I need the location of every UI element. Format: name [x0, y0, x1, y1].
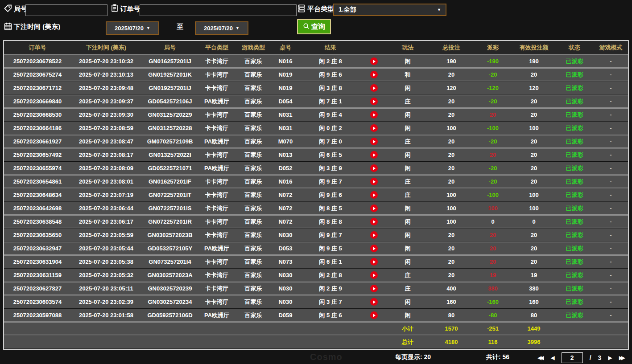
page-separator: / [590, 354, 591, 361]
platform-type-select[interactable]: 1.全部 ▼ [333, 4, 446, 16]
play-video-icon[interactable] [370, 285, 378, 292]
cell-video [362, 218, 386, 225]
last-page-button[interactable]: ▶▶ [619, 355, 625, 360]
cell-valid-bet: 20 [512, 165, 555, 172]
date-to-picker[interactable]: 2025/07/20 ▼ [195, 21, 248, 35]
play-video-icon[interactable] [370, 231, 378, 239]
play-video-icon[interactable] [370, 71, 378, 78]
cell-game-id: GN03025720239 [141, 285, 198, 292]
game-no-input[interactable] [25, 4, 107, 16]
play-video-icon[interactable] [370, 191, 378, 199]
cell-game-id: GD05225721071 [141, 165, 198, 172]
cell-game-mode: - [594, 98, 628, 105]
cell-play-type: 庄 [386, 285, 430, 293]
search-button[interactable]: 查询 [297, 19, 331, 34]
cell-payout: -20 [473, 138, 512, 145]
cell-game-mode: - [594, 218, 628, 225]
cell-order-id: 250720230661927 [4, 138, 71, 145]
cell-valid-bet: 20 [512, 232, 555, 238]
cell-game-mode: - [594, 192, 628, 198]
table-row: 250720230668530 2025-07-20 23:09:30 GN03… [4, 108, 628, 121]
cell-result: 闲 2 庄 8 [299, 57, 362, 65]
cell-table-no: N019 [272, 71, 299, 78]
play-video-icon[interactable] [370, 111, 378, 119]
cell-video [362, 285, 386, 292]
play-video-icon[interactable] [370, 178, 378, 185]
date-from-picker[interactable]: 2025/07/20 ▼ [106, 21, 159, 35]
cell-total-bet: 20 [430, 245, 473, 252]
cell-video [362, 231, 386, 239]
platform-type-icon [297, 4, 306, 13]
cell-payout: 19 [473, 272, 512, 278]
cell-order-id: 250720230597088 [4, 312, 71, 319]
prev-page-button[interactable]: ◀ [550, 355, 554, 360]
cell-total-bet: 20 [430, 151, 473, 158]
play-video-icon[interactable] [370, 164, 378, 172]
page-number-input[interactable] [562, 352, 583, 363]
cell-game-id: GN019257201IK [141, 71, 198, 78]
cell-platform: 卡卡湾厅 [198, 178, 235, 186]
cell-result: 闲 0 庄 2 [299, 124, 362, 132]
cell-payout: -80 [473, 312, 512, 319]
cell-game-id: GN072257201IS [141, 205, 198, 212]
cell-payout: 100 [473, 205, 512, 212]
cell-valid-bet: 20 [512, 98, 555, 105]
cell-game-id: GN016257201IJ [141, 58, 198, 65]
play-video-icon[interactable] [370, 124, 378, 132]
cell-table-no: N030 [272, 232, 299, 238]
cell-play-type: 闲 [386, 124, 430, 132]
cell-bet-time: 2025-07-20 23:08:47 [71, 138, 141, 145]
play-video-icon[interactable] [370, 138, 378, 145]
cell-order-id: 250720230627827 [4, 285, 71, 292]
summary-row: 总计 4180 116 3996 [4, 335, 628, 348]
cell-game-id: GN072257201IR [141, 218, 198, 225]
cell-bet-time: 2025-07-20 23:08:09 [71, 165, 141, 172]
cell-order-id: 250720230671712 [4, 85, 71, 91]
play-video-icon[interactable] [370, 84, 378, 92]
play-video-icon[interactable] [370, 298, 378, 306]
cell-status: 已派彩 [555, 204, 594, 213]
pagination: ◀◀ ◀ / 3 ▶ ▶▶ [537, 352, 625, 363]
play-video-icon[interactable] [370, 245, 378, 252]
play-video-icon[interactable] [370, 151, 378, 159]
cell-video [362, 138, 386, 145]
cell-platform: PA欧洲厅 [198, 311, 235, 319]
first-page-button[interactable]: ◀◀ [537, 355, 544, 360]
cell-table-no: D053 [272, 245, 299, 252]
cell-platform: 卡卡湾厅 [198, 271, 235, 279]
play-video-icon[interactable] [370, 218, 378, 225]
cell-bet-time: 2025-07-20 23:05:59 [71, 232, 141, 238]
cell-play-type: 闲 [386, 311, 430, 319]
cell-payout: 380 [473, 285, 512, 292]
background-watermark: Cosmo [310, 352, 343, 362]
play-video-icon[interactable] [370, 311, 378, 319]
play-video-icon[interactable] [370, 57, 378, 65]
cell-order-id: 250720230675274 [4, 71, 71, 78]
play-video-icon[interactable] [370, 98, 378, 105]
play-video-icon[interactable] [370, 258, 378, 266]
cell-game-id: GD0542572106J [141, 98, 198, 105]
next-page-button[interactable]: ▶ [608, 355, 612, 360]
cell-table-no: N016 [272, 58, 299, 65]
cell-play-type: 庄 [386, 98, 430, 106]
chevron-down-icon: ▼ [437, 8, 441, 12]
cell-video [362, 298, 386, 306]
cell-total-bet: 20 [430, 232, 473, 238]
cell-order-id: 250720230642698 [4, 205, 71, 212]
cell-bet-time: 2025-07-20 23:08:17 [71, 151, 141, 158]
cell-platform: 卡卡湾厅 [198, 71, 235, 79]
cell-platform: 卡卡湾厅 [198, 84, 235, 92]
cell-game-type: 百家乐 [235, 71, 272, 79]
table-row: 250720230675274 2025-07-20 23:10:13 GN01… [4, 68, 628, 81]
play-video-icon[interactable] [370, 271, 378, 279]
order-no-input[interactable] [140, 4, 297, 16]
cell-platform: PA欧洲厅 [198, 245, 235, 253]
cell-order-id: 250720230631904 [4, 258, 71, 265]
play-video-icon[interactable] [370, 204, 378, 212]
cell-valid-bet: 20 [512, 111, 555, 118]
cell-game-mode: - [594, 205, 628, 212]
table-row: 250720230678522 2025-07-20 23:10:32 GN01… [4, 55, 628, 68]
cell-video [362, 71, 386, 78]
cell-bet-time: 2025-07-20 23:01:58 [71, 312, 141, 319]
cell-game-id: GM0702572109B [141, 138, 198, 145]
